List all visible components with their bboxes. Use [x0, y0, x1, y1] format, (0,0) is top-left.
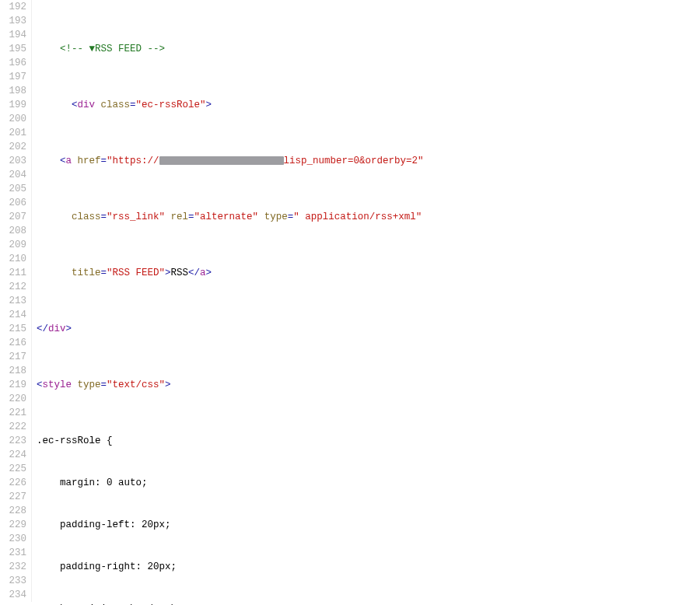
line-number: 198 [0, 84, 26, 98]
line-number: 211 [0, 266, 26, 280]
line-number: 199 [0, 98, 26, 112]
rss-link-text: RSS [171, 268, 189, 278]
line-number: 206 [0, 196, 26, 210]
line-number: 192 [0, 0, 26, 14]
line-number: 225 [0, 462, 26, 476]
line-number: 216 [0, 336, 26, 350]
line-number-gutter: 1921931941951961971981992002012022032042… [0, 0, 32, 602]
line-number: 193 [0, 14, 26, 28]
line-number: 207 [0, 210, 26, 224]
line-number: 212 [0, 280, 26, 294]
line-number: 196 [0, 56, 26, 70]
code-line: <style type="text/css"> [37, 378, 700, 392]
code-line: padding-right: 20px; [37, 560, 700, 574]
line-number: 234 [0, 588, 26, 602]
line-number: 213 [0, 294, 26, 308]
comment-open: <!-- ▼RSS FEED --> [60, 44, 165, 54]
line-number: 197 [0, 70, 26, 84]
code-line: class="rss_link" rel="alternate" type=" … [37, 210, 700, 224]
code-line: box-sizing: border-box; [37, 602, 700, 605]
code-area: <!-- ▼RSS FEED --> <div class="ec-rssRol… [32, 0, 700, 605]
line-number: 209 [0, 238, 26, 252]
line-number: 200 [0, 112, 26, 126]
line-number: 224 [0, 448, 26, 462]
line-number: 202 [0, 140, 26, 154]
line-number: 219 [0, 378, 26, 392]
line-number: 231 [0, 546, 26, 560]
line-number: 203 [0, 154, 26, 168]
line-number: 204 [0, 168, 26, 182]
line-number: 223 [0, 434, 26, 448]
line-number: 208 [0, 224, 26, 238]
line-number: 218 [0, 364, 26, 378]
line-number: 214 [0, 308, 26, 322]
code-line: padding-left: 20px; [37, 518, 700, 532]
code-line: title="RSS FEED">RSS</a> [37, 266, 700, 280]
line-number: 232 [0, 560, 26, 574]
code-line: </div> [37, 322, 700, 336]
line-number: 228 [0, 504, 26, 518]
code-line: <div class="ec-rssRole"> [37, 98, 700, 112]
line-number: 230 [0, 532, 26, 546]
line-number: 201 [0, 126, 26, 140]
line-number: 194 [0, 28, 26, 42]
line-number: 227 [0, 490, 26, 504]
code-line: <a href="https://lisp_number=0&orderby=2… [37, 154, 700, 168]
code-editor: 1921931941951961971981992002012022032042… [0, 0, 700, 605]
code-line: <!-- ▼RSS FEED --> [37, 42, 700, 56]
code-line: margin: 0 auto; [37, 476, 700, 490]
line-number: 217 [0, 350, 26, 364]
line-number: 233 [0, 574, 26, 588]
line-number: 210 [0, 252, 26, 266]
line-number: 220 [0, 392, 26, 406]
line-number: 195 [0, 42, 26, 56]
line-number: 229 [0, 518, 26, 532]
line-number: 222 [0, 420, 26, 434]
line-number: 215 [0, 322, 26, 336]
redacted-url [159, 156, 284, 165]
line-number: 205 [0, 182, 26, 196]
code-line: .ec-rssRole { [37, 434, 700, 448]
line-number: 221 [0, 406, 26, 420]
line-number: 226 [0, 476, 26, 490]
